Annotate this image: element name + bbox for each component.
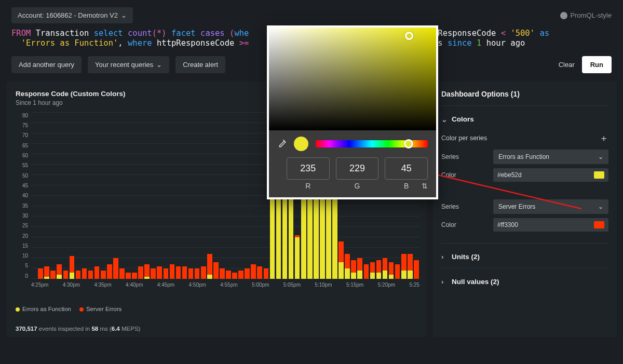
bar <box>144 113 150 279</box>
x-axis: 4:25pm4:30pm4:35pm4:40pm4:45pm4:50pm4:55… <box>31 282 419 298</box>
y-axis: 80757065605550454035302520151050 <box>16 113 28 279</box>
section-units-head[interactable]: › Units (2) <box>441 253 608 261</box>
bar <box>119 113 125 279</box>
b-input[interactable]: 45 <box>385 157 428 180</box>
chevron-down-icon: ⌄ <box>156 61 162 69</box>
color-label: Color <box>441 221 488 228</box>
bar <box>62 113 69 279</box>
color-mode-switch[interactable]: ⇅ <box>422 182 428 190</box>
add-query-button[interactable]: Add another query <box>11 56 82 73</box>
bar <box>238 113 244 279</box>
bar <box>200 113 207 279</box>
legend-dot-red <box>79 307 84 312</box>
bar <box>207 113 213 279</box>
promql-icon <box>560 12 567 19</box>
section-units: › Units (2) <box>441 246 608 268</box>
legend-dot-yellow <box>16 307 20 312</box>
bar <box>194 113 200 279</box>
color-swatch-yellow <box>594 171 604 179</box>
legend: Errors as Function Server Errors <box>16 306 419 312</box>
bar <box>213 113 219 279</box>
section-null-values: › Null values (2) <box>441 271 608 293</box>
bar <box>138 113 144 279</box>
series-label: Series <box>441 203 488 210</box>
clear-button[interactable]: Clear <box>559 61 575 69</box>
create-alert-button[interactable]: Create alert <box>175 56 225 73</box>
bar <box>182 113 188 279</box>
chevron-down-icon: ⌄ <box>598 203 603 210</box>
bar <box>131 113 138 279</box>
legend-item-red[interactable]: Server Errors <box>79 306 121 312</box>
run-button[interactable]: Run <box>582 56 612 73</box>
bar <box>75 113 81 279</box>
series-label: Series <box>441 153 488 160</box>
bar <box>31 113 37 279</box>
bar <box>156 113 162 279</box>
color-1-input[interactable]: #ebe52d <box>493 168 608 182</box>
bar <box>162 113 169 279</box>
promql-label: PromQL-style <box>571 11 612 19</box>
section-colors: ⌄ Colors Color per series ＋ Series Error… <box>441 108 608 244</box>
bar <box>82 113 88 279</box>
eyedropper-icon[interactable] <box>277 139 287 150</box>
footer-stats: 370,517 events inspected in 58 ms (6.4 M… <box>16 326 419 332</box>
account-selector[interactable]: Account: 1606862 - Demotron V2 ⌄ <box>11 7 133 23</box>
section-null-head[interactable]: › Null values (2) <box>441 278 608 286</box>
bar <box>188 113 194 279</box>
r-input[interactable]: 235 <box>287 157 330 180</box>
bar <box>169 113 175 279</box>
hue-handle[interactable] <box>404 139 413 149</box>
section-colors-head[interactable]: ⌄ Colors <box>441 115 608 124</box>
dashboard-options-panel: Dashboard Options (1) ⌄ Colors Color per… <box>433 82 617 337</box>
series-1-select[interactable]: Errors as Function ⌄ <box>493 150 608 164</box>
bar <box>175 113 181 279</box>
bar <box>244 113 250 279</box>
color-picker-popover[interactable]: 235 229 45 R G B ⇅ <box>267 25 438 199</box>
current-color-swatch <box>294 137 308 151</box>
series-2-select[interactable]: Server Errors ⌄ <box>493 199 608 214</box>
add-series-color-button[interactable]: ＋ <box>599 132 608 144</box>
bar <box>88 113 94 279</box>
g-label: G <box>336 182 379 190</box>
bar <box>232 113 238 279</box>
chevron-down-icon: ⌄ <box>598 153 603 160</box>
bar <box>113 113 119 279</box>
saturation-value-field[interactable] <box>269 28 436 130</box>
color-label: Color <box>441 171 488 179</box>
dashboard-options-title: Dashboard Options (1) <box>441 90 608 106</box>
promql-toggle[interactable]: PromQL-style <box>560 11 612 19</box>
chevron-right-icon: › <box>441 253 446 261</box>
chevron-down-icon: ⌄ <box>441 115 446 124</box>
bar <box>69 113 75 279</box>
legend-item-yellow[interactable]: Errors as Function <box>16 306 71 312</box>
color-swatch-red <box>594 221 604 228</box>
bar <box>219 113 225 279</box>
bar <box>150 113 156 279</box>
bar <box>44 113 50 279</box>
bar <box>106 113 113 279</box>
g-input[interactable]: 229 <box>336 157 379 180</box>
hue-slider[interactable] <box>316 140 428 147</box>
bar <box>37 113 44 279</box>
color-2-input[interactable]: #ff3300 <box>493 218 608 232</box>
bar <box>50 113 56 279</box>
bar <box>125 113 131 279</box>
chevron-right-icon: › <box>441 278 446 286</box>
color-per-series-label: Color per series <box>441 134 487 142</box>
bar <box>256 113 263 279</box>
r-label: R <box>287 182 330 190</box>
bar <box>100 113 106 279</box>
recent-queries-button[interactable]: Your recent queries⌄ <box>88 56 169 73</box>
account-label: Account: 1606862 - Demotron V2 <box>18 11 118 19</box>
bar <box>94 113 100 279</box>
bar <box>56 113 62 279</box>
sv-handle[interactable] <box>405 32 413 40</box>
bar <box>225 113 232 279</box>
chevron-down-icon: ⌄ <box>121 11 127 19</box>
bar <box>250 113 256 279</box>
